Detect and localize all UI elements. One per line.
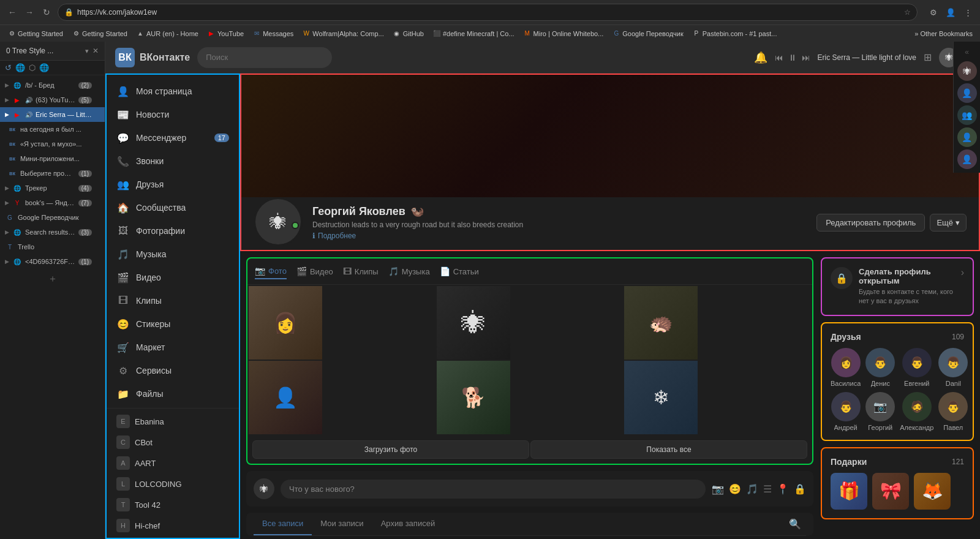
tab-expand-icon[interactable]: ▶ [5,82,9,88]
nav-video[interactable]: 🎬 Видео [107,266,239,289]
nav-community-hichef[interactable]: H Hi-chef [107,515,239,536]
sidebar-tab-tracker[interactable]: ▶ 🌐 Трекер (4) ✕ [0,181,105,195]
sidebar-tab-youtube[interactable]: ▶ ▶ 🔊 (63) YouTube (5) ✕ [0,92,105,107]
friend-alexandr[interactable]: 🧔 Александр [900,392,933,431]
bookmark-wolfram[interactable]: W Wolfram|Alpha: Comp... [300,28,386,39]
list-icon[interactable]: ☰ [763,483,772,495]
new-tab-button[interactable]: ＋ [0,269,105,289]
sidebar-globe-icon-2[interactable]: ⬡ [29,63,36,72]
sidebar-reload-icon[interactable]: ↺ [5,63,12,72]
nav-friends[interactable]: 👥 Друзья [107,173,239,196]
photo-cell-3[interactable]: 🦔 [624,286,698,360]
media-prev-icon[interactable]: ⏮ [775,53,783,62]
nav-communities[interactable]: 🏠 Сообщества [107,196,239,219]
bookmark-getting-started-2[interactable]: ⚙ Getting Started [69,28,130,39]
tab-my-posts[interactable]: Мои записи [312,513,372,535]
tab-photos[interactable]: 📷 Фото [255,263,287,279]
posts-search-icon[interactable]: 🔍 [784,513,806,535]
photo-cell-5[interactable]: 🐕 [437,361,510,434]
composer-input[interactable]: Что у вас нового? [281,480,706,499]
nav-market[interactable]: 🛒 Маркет [107,336,239,359]
tab-archive-posts[interactable]: Архив записей [372,513,444,535]
camera-icon[interactable]: 📷 [712,483,724,495]
sidebar-tab-eric[interactable]: ▶ ▶ 🔊 Eric Serra — Little... ✕ [0,107,105,122]
gift-item-1[interactable]: 🎁 [831,473,867,510]
friend-pavel[interactable]: 👨 Павел [938,392,968,431]
tab-clips[interactable]: 🎞 Клипы [343,264,379,279]
back-button[interactable]: ← [5,5,20,20]
upload-photo-button[interactable]: Загрузить фото [252,440,529,459]
photo-cell-1[interactable]: 👩 [249,286,322,360]
tab-articles[interactable]: 📄 Статьи [440,264,479,279]
profile-more-button[interactable]: Ещё ▾ [930,214,967,232]
bookmark-minecraft[interactable]: ⬛ #define Minecraft | Co... [430,28,517,39]
friend-evgeniy[interactable]: 👨 Евгений [900,348,933,387]
bookmark-getting-started-1[interactable]: ⚙ Getting Started [5,28,66,39]
geo-icon[interactable]: 📍 [777,483,789,495]
media-pause-icon[interactable]: ⏸ [788,53,797,62]
search-expand[interactable]: ▶ [5,229,9,235]
extensions-icon[interactable]: ⚙ [926,5,941,20]
nav-files[interactable]: 📁 Файлы [107,382,239,405]
star-icon[interactable]: ☆ [904,8,911,17]
nav-photos[interactable]: 🖼 Фотографии [107,219,239,243]
edge-avatar-5[interactable]: 👤 [957,149,977,169]
bookmark-aur[interactable]: ▲ AUR (en) - Home [134,28,201,39]
bookmark-pastebin[interactable]: P Pastebin.com - #1 past... [690,28,780,39]
nav-news[interactable]: 📰 Новости [107,103,239,126]
bookmark-messages[interactable]: ✉ Messages [250,28,296,39]
profile-more-link[interactable]: ℹ Подробнее [312,232,807,240]
nav-messenger[interactable]: 💬 Мессенджер 17 [107,126,239,149]
sidebar-tab-gtranslate[interactable]: G Google Переводчик ✕ [0,210,105,225]
sidebar-tab-books[interactable]: ▶ Y book's — Яндекс... (7) ✕ [0,195,105,210]
sidebar-tab-bred[interactable]: ▶ 🌐 /b/ - Бред (2) ✕ [0,78,105,92]
more-bookmarks[interactable]: » Other Bookmarks [912,29,975,39]
tab-video[interactable]: 🎬 Видео [296,264,333,279]
nav-calls[interactable]: 📞 Звонки [107,149,239,173]
edge-avatar-4[interactable]: 👤 [957,127,977,147]
tab-all-posts[interactable]: Все записи [254,513,312,535]
nav-my-page[interactable]: 👤 Моя страница [107,80,239,103]
emoji-icon[interactable]: 😊 [729,483,741,495]
hex-expand[interactable]: ▶ [5,258,9,265]
notifications-icon[interactable]: 🔔 [754,51,767,64]
nav-community-cbot[interactable]: C CBot [107,432,239,453]
address-bar[interactable]: 🔒 https://vk.com/jakow1ew ☆ [58,4,918,21]
edit-profile-button[interactable]: Редактировать профиль [816,214,925,232]
sidebar-tab-vk4[interactable]: вк Выберите профи... (1) ✕ [0,166,105,181]
tracker-expand[interactable]: ▶ [5,185,9,191]
gift-item-2[interactable]: 🎀 [872,473,909,510]
edge-avatar-2[interactable]: 👤 [957,83,977,103]
menu-icon[interactable]: ⋮ [960,5,975,20]
books-expand[interactable]: ▶ [5,200,9,206]
friend-andrey[interactable]: 👨 Андрей [831,392,861,431]
apps-grid-icon[interactable]: ⊞ [924,51,932,63]
photo-cell-2[interactable]: 🕷 [437,286,510,360]
sidebar-globe-icon-3[interactable]: 🌐 [39,63,49,72]
bookmark-miro[interactable]: M Miro | Online Whitebo... [521,28,606,39]
vk-search[interactable] [197,47,332,68]
media-next-icon[interactable]: ⏭ [802,53,810,62]
friend-denis[interactable]: 👨 Денис [865,348,895,387]
sidebar-tab-trello[interactable]: T Trello ✕ [0,239,105,254]
sidebar-globe-icon-1[interactable]: 🌐 [15,63,25,72]
sidebar-tab-hex[interactable]: ▶ 🌐 <4D6963726F73...> (1) ✕ [0,254,105,269]
photo-cell-4[interactable]: 👤 [249,361,322,434]
sidebar-tab-vk2[interactable]: вк «Я устал, я мухо»... ✕ [0,137,105,151]
nav-community-tool42[interactable]: T Tool 42 [107,494,239,515]
sidebar-tab-search[interactable]: ▶ 🌐 Search results – A... (3) ✕ [0,225,105,239]
sidebar-close-icon[interactable]: ✕ [92,47,99,55]
gift-item-3[interactable]: 🦊 [914,473,951,510]
lock-attach-icon[interactable]: 🔒 [794,483,806,495]
friend-danil[interactable]: 👦 Danil [938,348,968,387]
show-all-button[interactable]: Показать все [530,440,807,459]
nav-services[interactable]: ⚙ Сервисы [107,359,239,382]
friend-georgiy[interactable]: 📷 Георгий [865,392,895,431]
nav-music[interactable]: 🎵 Музыка [107,243,239,266]
nav-community-lolcoding[interactable]: L LOLCODING [107,473,239,494]
sidebar-dropdown-icon[interactable]: ▾ [85,47,89,55]
sidebar-tab-vk3[interactable]: вк Мини-приложени... ✕ [0,151,105,166]
forward-button[interactable]: → [22,5,37,20]
bookmark-youtube[interactable]: ▶ YouTube [205,28,246,39]
reload-button[interactable]: ↻ [39,5,54,20]
